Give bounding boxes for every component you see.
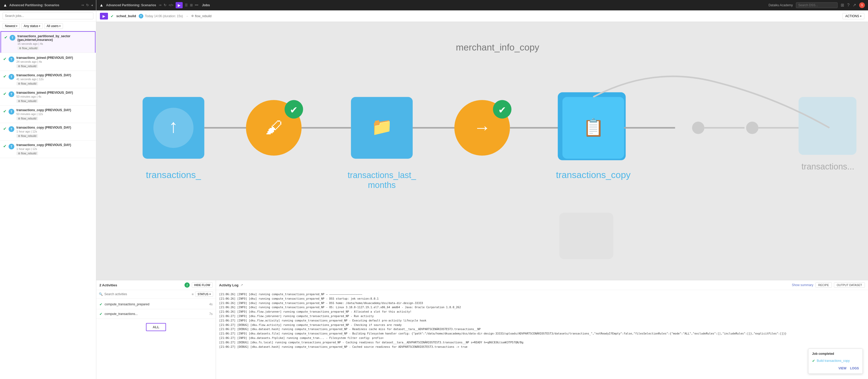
partial-gray-node	[559, 213, 614, 259]
job-name: transactions_joined (PREVIOUS_DAY)	[17, 56, 93, 60]
academy-link[interactable]: Dataiku Academy	[769, 3, 793, 7]
search-jobs-input[interactable]	[3, 12, 93, 19]
job-info: transactions_joined (PREVIOUS_DAY) 53 mi…	[17, 91, 93, 103]
search-icon: 🔍	[99, 292, 103, 296]
tooltip-title: Job completed	[812, 351, 859, 356]
logs-link[interactable]: LOGS	[850, 366, 859, 371]
activities-count-badge: 2	[184, 283, 190, 288]
success-icon: ✔	[3, 126, 6, 131]
log-line: [21:06:26] [INFO] [dku] running compute_…	[219, 296, 865, 301]
filter-sort-icon[interactable]: ≡	[192, 292, 194, 296]
job-meta: 53 minutes ago | 12s	[17, 112, 93, 116]
chevron-down-icon: ▾	[860, 15, 862, 18]
flow-svg: merchant_info_copy ↑ transactions_ 🖌 ✔ 📁…	[96, 22, 868, 280]
job-name: transactions_joined (PREVIOUS_DAY)	[17, 91, 93, 94]
more-icon[interactable]: •••	[195, 3, 198, 7]
bookmark-icon[interactable]: ⇒	[81, 3, 84, 7]
node-tlm-label-1: transactions_last_	[348, 170, 416, 180]
activities-panel: 2 Activities 2 HIDE FLOW 🔍 ≡ STATUS ▾	[96, 280, 216, 379]
list-item[interactable]: ✔ T transactions_copy (PREVIOUS_DAY) 53 …	[0, 106, 96, 123]
list-item[interactable]: ✔ T transactions_joined (PREVIOUS_DAY) 5…	[0, 88, 96, 106]
view-link[interactable]: VIEW	[838, 366, 846, 371]
activity-item-2[interactable]: ✔ compute_transactions... 7s	[96, 309, 216, 319]
job-meta: 41 seconds ago | 12s	[17, 78, 93, 81]
job-meta: 15 seconds ago | 4s	[18, 42, 92, 45]
apps-icon[interactable]: ⊞	[841, 3, 844, 7]
log-content: [21:06:26] [INFO] [dku] running compute_…	[216, 290, 868, 379]
bottom-panels: 2 Activities 2 HIDE FLOW 🔍 ≡ STATUS ▾	[96, 280, 868, 379]
code-icon[interactable]: </>	[168, 3, 174, 7]
bookmark-icon[interactable]: ⇒	[159, 3, 162, 7]
collapse-icon[interactable]: ◂	[91, 3, 93, 7]
node-faded-label: transactions...	[801, 162, 854, 171]
job-name: transactions_copy (PREVIOUS_DAY)	[17, 126, 93, 129]
job-tag: ⚙ flow_rebuild	[17, 64, 38, 68]
node-tc-label: transactions_copy	[556, 170, 631, 180]
job-name: transactions_copy (PREVIOUS_DAY)	[17, 143, 93, 147]
help-icon[interactable]: ?	[847, 3, 849, 7]
play-button[interactable]: ▶	[176, 2, 183, 8]
job-name: transactions_partitioned_by_sector (gas,…	[18, 34, 92, 42]
refresh-icon[interactable]: ↻	[164, 3, 166, 7]
tooltip-actions: VIEW LOGS	[812, 366, 859, 371]
log-line: [21:06:27] [INFO] [dku.flow.jobrunner] r…	[219, 314, 865, 318]
list-item[interactable]: ✔ T transactions_copy (PREVIOUS_DAY) 1 h…	[0, 123, 96, 141]
filter-bar: Newest ▾ Any status ▾ All users ▾	[0, 22, 96, 31]
list-item[interactable]: ✔ T transactions_partitioned_by_sector (…	[1, 31, 95, 53]
chevron-down-icon: ▾	[210, 293, 211, 295]
job-info: transactions_copy (PREVIOUS_DAY) 1 hour …	[17, 126, 93, 138]
actions-button[interactable]: ACTIONS ▾	[842, 13, 864, 19]
check-icon-2: ✔	[498, 105, 506, 115]
gear-icon: ⚙	[18, 135, 20, 138]
user-avatar[interactable]: 1	[859, 2, 865, 8]
log-line: [21:06:27] [DEBUG] [dku.fs.local] runnin…	[219, 340, 865, 345]
job-name: transactions_copy (PREVIOUS_DAY)	[17, 108, 93, 112]
chevron-down-icon: ▾	[16, 25, 18, 27]
user-tag: T	[139, 14, 143, 19]
job-tag: ⚙ flow_rebuild	[17, 99, 38, 103]
app-logo-icon: ▲	[99, 3, 103, 7]
grid-icon[interactable]: ⊞	[190, 3, 193, 7]
analytics-icon[interactable]: ↗	[852, 3, 856, 7]
status-dropdown[interactable]: STATUS ▾	[195, 292, 213, 297]
activities-search-bar: 🔍 ≡ STATUS ▾	[96, 290, 216, 298]
job-info: transactions_partitioned_by_sector (gas,…	[18, 34, 92, 50]
external-link-icon[interactable]: ↗	[240, 283, 243, 287]
chevron-down-icon: ▾	[59, 25, 61, 27]
folder-icon: 📁	[371, 117, 393, 137]
status-filter[interactable]: Any status ▾	[21, 23, 43, 29]
newest-filter[interactable]: Newest ▾	[3, 23, 20, 29]
avatar: T	[8, 74, 14, 80]
activities-title: 2 Activities	[99, 283, 182, 287]
users-filter[interactable]: All users ▾	[44, 23, 63, 29]
list-item[interactable]: ✔ T transactions_joined (PREVIOUS_DAY) 2…	[0, 53, 96, 71]
job-header: ▶ ✔ sched_build T Today 14:06 (duration:…	[96, 10, 868, 22]
recipe-button[interactable]: RECIPE	[815, 283, 832, 288]
tooltip-item-label: Build transactions_copy	[817, 358, 850, 363]
dss-search-input[interactable]	[796, 2, 838, 8]
play-job-button[interactable]: ▶	[100, 13, 108, 20]
merchant-info-label: merchant_info_copy	[456, 42, 539, 53]
activities-search-input[interactable]	[104, 292, 190, 296]
refresh-icon[interactable]: ↻	[86, 3, 89, 7]
job-tag: ⚙ flow_rebuild	[17, 117, 38, 120]
log-line: [21:06:26] [INFO] [dku] running compute_…	[219, 305, 865, 310]
activity-item-1[interactable]: ✔ compute_transactions_prepared 4s	[96, 300, 216, 309]
all-activities-button[interactable]: ALL	[146, 323, 166, 331]
log-line: [21:06:27] [INFO] [dku.datasets.file] ru…	[219, 331, 865, 336]
dot-node-2	[746, 122, 758, 134]
log-line: [21:06:27] [INFO] [dku.datasets.ftplike]…	[219, 336, 865, 340]
show-summary-button[interactable]: Show summary	[792, 283, 813, 287]
jobs-label: Jobs	[202, 3, 210, 7]
upload-icon: ↑	[169, 116, 178, 137]
document-icon[interactable]: ☰	[185, 3, 188, 7]
list-item[interactable]: ✔ T transactions_copy (PREVIOUS_DAY) 41 …	[0, 71, 96, 88]
list-item[interactable]: ✔ T transactions_copy (PREVIOUS_DAY) 1 h…	[0, 141, 96, 158]
check-icon: ✔	[290, 105, 298, 115]
job-status-icon: ✔	[111, 14, 114, 18]
bottom-section: 2 Activities 2 HIDE FLOW 🔍 ≡ STATUS ▾	[96, 280, 868, 379]
hide-flow-button[interactable]: HIDE FLOW	[192, 283, 213, 288]
activity-success-icon: ✔	[99, 302, 102, 307]
output-dataset-button[interactable]: OUTPUT DATASET	[834, 283, 865, 288]
avatar: T	[8, 91, 14, 97]
